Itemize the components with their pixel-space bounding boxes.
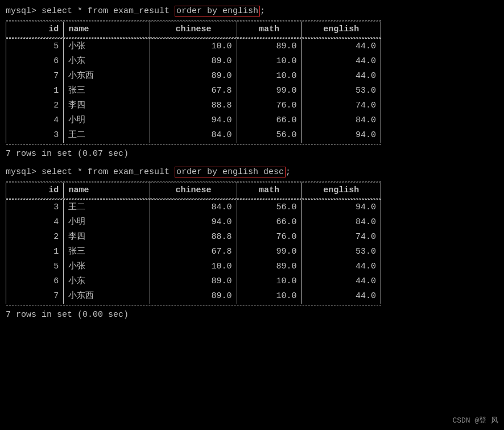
table-cell: 94.0 — [150, 215, 237, 230]
table-cell: 99.0 — [237, 84, 301, 98]
table-cell: 7 — [6, 289, 64, 304]
table-cell: 56.0 — [237, 200, 301, 215]
table-cell: 4 — [6, 113, 64, 128]
table-cell: 小张 — [64, 259, 150, 274]
table-row: 3王二84.056.094.0 — [6, 128, 381, 143]
col-math: math — [237, 183, 301, 198]
table-cell: 张三 — [64, 245, 150, 259]
table-row: 3王二84.056.094.0 — [6, 200, 381, 215]
table-cell: 10.0 — [150, 259, 237, 274]
table-cell: 6 — [6, 54, 64, 69]
table-row: 4小明94.066.084.0 — [6, 215, 381, 230]
table-cell: 84.0 — [301, 113, 381, 128]
table-row: 5小张10.089.044.0 — [6, 259, 381, 274]
table-cell: 2 — [6, 98, 64, 113]
table-cell: 84.0 — [150, 128, 237, 143]
table-row: 2李四88.876.074.0 — [6, 98, 381, 113]
table-cell: 3 — [6, 128, 64, 143]
table-cell: 1 — [6, 245, 64, 259]
table-cell: 53.0 — [301, 245, 381, 259]
col-id: id — [6, 183, 64, 198]
table-cell: 94.0 — [150, 113, 237, 128]
table1-container: id name chinese math english 5小张10.089.0… — [6, 19, 498, 145]
table-row: 7小东西89.010.044.0 — [6, 69, 381, 84]
table-cell: 94.0 — [301, 128, 381, 143]
query1-prompt: mysql> select * from exam_result order b… — [6, 5, 498, 18]
table-cell: 44.0 — [301, 39, 381, 54]
table-cell: 66.0 — [237, 113, 301, 128]
table-row: 7小东西89.010.044.0 — [6, 289, 381, 304]
table-cell: 66.0 — [237, 215, 301, 230]
table2-body: 3王二84.056.094.04小明94.066.084.02李四88.876.… — [6, 200, 381, 304]
table-cell: 88.8 — [150, 98, 237, 113]
table-cell: 44.0 — [301, 69, 381, 84]
table-cell: 94.0 — [301, 200, 381, 215]
col-chinese: chinese — [150, 183, 237, 198]
table-cell: 89.0 — [150, 274, 237, 289]
table-cell: 2 — [6, 230, 64, 245]
table-cell: 10.0 — [237, 69, 301, 84]
table-cell: 67.8 — [150, 245, 237, 259]
watermark: CSDN @登 风 — [452, 415, 498, 425]
table-cell: 44.0 — [301, 289, 381, 304]
table-cell: 53.0 — [301, 84, 381, 98]
table-cell: 44.0 — [301, 274, 381, 289]
table-cell: 10.0 — [150, 39, 237, 54]
table-cell: 44.0 — [301, 54, 381, 69]
table-cell: 74.0 — [301, 230, 381, 245]
col-id: id — [6, 22, 64, 37]
table2: id name chinese math english 3王二84.056.0… — [6, 180, 381, 306]
table-cell: 王二 — [64, 128, 150, 143]
table-cell: 小东 — [64, 54, 150, 69]
table-cell: 10.0 — [237, 54, 301, 69]
table-cell: 99.0 — [237, 245, 301, 259]
table-cell: 李四 — [64, 230, 150, 245]
table-cell: 张三 — [64, 84, 150, 98]
col-english: english — [301, 183, 381, 198]
col-math: math — [237, 22, 301, 37]
table-cell: 10.0 — [237, 289, 301, 304]
table-cell: 小明 — [64, 215, 150, 230]
table-row: 6小东89.010.044.0 — [6, 54, 381, 69]
table-cell: 1 — [6, 84, 64, 98]
col-name: name — [64, 22, 150, 37]
table-cell: 7 — [6, 69, 64, 84]
col-english: english — [301, 22, 381, 37]
table-cell: 5 — [6, 259, 64, 274]
table1-header: id name chinese math english — [6, 22, 381, 37]
table-cell: 6 — [6, 274, 64, 289]
query2-highlight: order by english desc — [175, 167, 286, 177]
query1-highlight: order by english — [175, 6, 260, 16]
table2-container: id name chinese math english 3王二84.056.0… — [6, 180, 498, 306]
table-cell: 5 — [6, 39, 64, 54]
table-cell: 小东 — [64, 274, 150, 289]
table-row: 5小张10.089.044.0 — [6, 39, 381, 54]
table-row: 4小明94.066.084.0 — [6, 113, 381, 128]
table-cell: 小明 — [64, 113, 150, 128]
table-cell: 74.0 — [301, 98, 381, 113]
col-chinese: chinese — [150, 22, 237, 37]
table-cell: 89.0 — [150, 69, 237, 84]
table-cell: 89.0 — [150, 54, 237, 69]
table1: id name chinese math english 5小张10.089.0… — [6, 19, 381, 145]
table-cell: 小张 — [64, 39, 150, 54]
table-cell: 88.8 — [150, 230, 237, 245]
table-cell: 王二 — [64, 200, 150, 215]
table1-result: 7 rows in set (0.07 sec) — [6, 147, 498, 161]
table-row: 1张三67.899.053.0 — [6, 245, 381, 259]
table2-header: id name chinese math english — [6, 183, 381, 198]
col-name: name — [64, 183, 150, 198]
table-cell: 84.0 — [301, 215, 381, 230]
table1-body: 5小张10.089.044.06小东89.010.044.07小东西89.010… — [6, 39, 381, 143]
table-row: 1张三67.899.053.0 — [6, 84, 381, 98]
table-cell: 小东西 — [64, 289, 150, 304]
table-cell: 76.0 — [237, 230, 301, 245]
table-row: 2李四88.876.074.0 — [6, 230, 381, 245]
table-cell: 89.0 — [237, 39, 301, 54]
table-cell: 44.0 — [301, 259, 381, 274]
table-cell: 76.0 — [237, 98, 301, 113]
table-cell: 89.0 — [150, 289, 237, 304]
query2-prompt: mysql> select * from exam_result order b… — [6, 166, 498, 179]
table-cell: 10.0 — [237, 274, 301, 289]
table2-result: 7 rows in set (0.00 sec) — [6, 308, 498, 322]
